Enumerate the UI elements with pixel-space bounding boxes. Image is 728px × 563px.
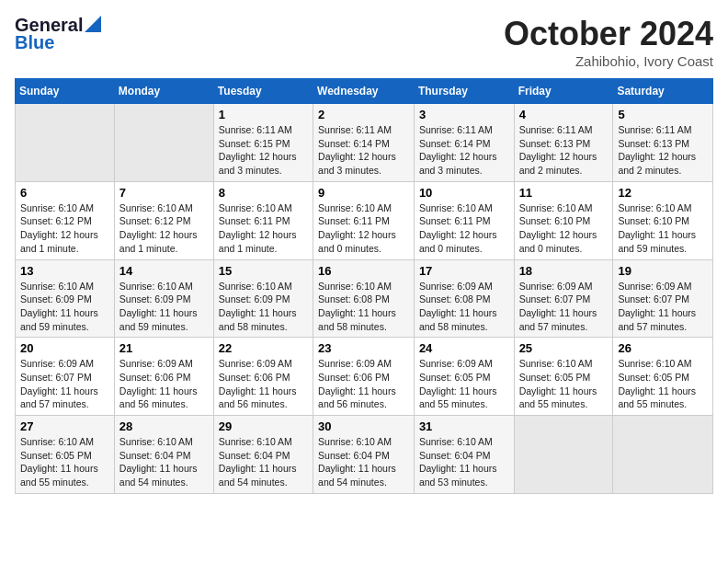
weekday-header-saturday: Saturday xyxy=(613,79,713,104)
weekday-header-thursday: Thursday xyxy=(414,79,514,104)
calendar-cell: 24Sunrise: 6:09 AM Sunset: 6:05 PM Dayli… xyxy=(414,338,514,416)
location-title: Zahibohio, Ivory Coast xyxy=(504,53,713,69)
day-number: 19 xyxy=(618,264,708,278)
calendar-cell: 22Sunrise: 6:09 AM Sunset: 6:06 PM Dayli… xyxy=(213,338,313,416)
calendar-cell: 2Sunrise: 6:11 AM Sunset: 6:14 PM Daylig… xyxy=(313,104,415,182)
calendar-cell xyxy=(514,416,613,494)
calendar-cell: 6Sunrise: 6:10 AM Sunset: 6:12 PM Daylig… xyxy=(16,181,115,259)
day-number: 12 xyxy=(618,186,708,200)
weekday-header-wednesday: Wednesday xyxy=(313,79,415,104)
cell-content: Sunrise: 6:10 AM Sunset: 6:04 PM Dayligh… xyxy=(318,435,409,489)
cell-content: Sunrise: 6:09 AM Sunset: 6:05 PM Dayligh… xyxy=(419,357,509,411)
calendar-cell: 26Sunrise: 6:10 AM Sunset: 6:05 PM Dayli… xyxy=(613,338,713,416)
day-number: 2 xyxy=(318,108,409,121)
day-number: 26 xyxy=(618,341,708,355)
cell-content: Sunrise: 6:10 AM Sunset: 6:11 PM Dayligh… xyxy=(318,201,409,256)
svg-marker-0 xyxy=(85,16,101,32)
calendar-cell: 23Sunrise: 6:09 AM Sunset: 6:06 PM Dayli… xyxy=(313,338,415,416)
calendar-cell: 13Sunrise: 6:10 AM Sunset: 6:09 PM Dayli… xyxy=(16,259,115,338)
cell-content: Sunrise: 6:10 AM Sunset: 6:10 PM Dayligh… xyxy=(618,201,708,256)
calendar-cell xyxy=(613,416,713,494)
cell-content: Sunrise: 6:10 AM Sunset: 6:12 PM Dayligh… xyxy=(20,201,109,256)
day-number: 17 xyxy=(419,264,509,278)
cell-content: Sunrise: 6:09 AM Sunset: 6:07 PM Dayligh… xyxy=(519,280,609,334)
calendar-cell: 16Sunrise: 6:10 AM Sunset: 6:08 PM Dayli… xyxy=(313,259,415,338)
calendar-cell xyxy=(16,104,115,182)
day-number: 3 xyxy=(419,108,509,121)
calendar-cell: 31Sunrise: 6:10 AM Sunset: 6:04 PM Dayli… xyxy=(414,416,514,494)
cell-content: Sunrise: 6:11 AM Sunset: 6:15 PM Dayligh… xyxy=(219,123,308,178)
calendar-cell: 5Sunrise: 6:11 AM Sunset: 6:13 PM Daylig… xyxy=(613,104,713,182)
day-number: 27 xyxy=(20,419,109,433)
calendar-cell: 11Sunrise: 6:10 AM Sunset: 6:10 PM Dayli… xyxy=(514,181,613,259)
day-number: 22 xyxy=(219,341,308,355)
day-number: 10 xyxy=(419,186,509,200)
weekday-header-sunday: Sunday xyxy=(16,79,115,104)
calendar-cell: 9Sunrise: 6:10 AM Sunset: 6:11 PM Daylig… xyxy=(313,181,415,259)
day-number: 16 xyxy=(318,264,409,278)
calendar-cell: 21Sunrise: 6:09 AM Sunset: 6:06 PM Dayli… xyxy=(114,338,213,416)
calendar-cell: 18Sunrise: 6:09 AM Sunset: 6:07 PM Dayli… xyxy=(514,259,613,338)
logo-wrapper: General Blue xyxy=(15,15,101,53)
day-number: 6 xyxy=(20,186,109,200)
calendar-cell: 1Sunrise: 6:11 AM Sunset: 6:15 PM Daylig… xyxy=(213,104,313,182)
cell-content: Sunrise: 6:09 AM Sunset: 6:06 PM Dayligh… xyxy=(219,357,308,411)
day-number: 8 xyxy=(219,186,308,200)
calendar-cell: 27Sunrise: 6:10 AM Sunset: 6:05 PM Dayli… xyxy=(16,416,115,494)
day-number: 9 xyxy=(318,186,409,200)
calendar-cell: 28Sunrise: 6:10 AM Sunset: 6:04 PM Dayli… xyxy=(114,416,213,494)
day-number: 13 xyxy=(20,264,109,278)
title-area: October 2024 Zahibohio, Ivory Coast xyxy=(504,15,713,69)
day-number: 23 xyxy=(318,341,409,355)
day-number: 5 xyxy=(618,108,708,121)
cell-content: Sunrise: 6:10 AM Sunset: 6:04 PM Dayligh… xyxy=(419,435,509,489)
weekday-header-tuesday: Tuesday xyxy=(213,79,313,104)
day-number: 18 xyxy=(519,264,609,278)
cell-content: Sunrise: 6:10 AM Sunset: 6:05 PM Dayligh… xyxy=(618,357,708,411)
cell-content: Sunrise: 6:11 AM Sunset: 6:14 PM Dayligh… xyxy=(419,123,509,178)
cell-content: Sunrise: 6:10 AM Sunset: 6:04 PM Dayligh… xyxy=(219,435,308,489)
calendar-cell: 10Sunrise: 6:10 AM Sunset: 6:11 PM Dayli… xyxy=(414,181,514,259)
week-row-5: 27Sunrise: 6:10 AM Sunset: 6:05 PM Dayli… xyxy=(16,416,713,494)
calendar-table: SundayMondayTuesdayWednesdayThursdayFrid… xyxy=(15,78,713,494)
week-row-2: 6Sunrise: 6:10 AM Sunset: 6:12 PM Daylig… xyxy=(16,181,713,259)
day-number: 15 xyxy=(219,264,308,278)
logo-blue: Blue xyxy=(15,32,54,53)
calendar-cell: 20Sunrise: 6:09 AM Sunset: 6:07 PM Dayli… xyxy=(16,338,115,416)
calendar-cell: 25Sunrise: 6:10 AM Sunset: 6:05 PM Dayli… xyxy=(514,338,613,416)
calendar-cell: 17Sunrise: 6:09 AM Sunset: 6:08 PM Dayli… xyxy=(414,259,514,338)
cell-content: Sunrise: 6:09 AM Sunset: 6:07 PM Dayligh… xyxy=(618,280,708,334)
weekday-header-row: SundayMondayTuesdayWednesdayThursdayFrid… xyxy=(16,79,713,104)
weekday-header-monday: Monday xyxy=(114,79,213,104)
cell-content: Sunrise: 6:09 AM Sunset: 6:07 PM Dayligh… xyxy=(20,357,109,411)
calendar-cell: 30Sunrise: 6:10 AM Sunset: 6:04 PM Dayli… xyxy=(313,416,415,494)
day-number: 1 xyxy=(219,108,308,121)
cell-content: Sunrise: 6:10 AM Sunset: 6:08 PM Dayligh… xyxy=(318,280,409,334)
calendar-cell: 12Sunrise: 6:10 AM Sunset: 6:10 PM Dayli… xyxy=(613,181,713,259)
day-number: 20 xyxy=(20,341,109,355)
cell-content: Sunrise: 6:10 AM Sunset: 6:09 PM Dayligh… xyxy=(119,280,209,334)
calendar-cell: 4Sunrise: 6:11 AM Sunset: 6:13 PM Daylig… xyxy=(514,104,613,182)
day-number: 4 xyxy=(519,108,609,121)
calendar-cell: 14Sunrise: 6:10 AM Sunset: 6:09 PM Dayli… xyxy=(114,259,213,338)
calendar-cell: 3Sunrise: 6:11 AM Sunset: 6:14 PM Daylig… xyxy=(414,104,514,182)
logo-area: General Blue xyxy=(15,15,101,53)
day-number: 14 xyxy=(119,264,209,278)
cell-content: Sunrise: 6:09 AM Sunset: 6:08 PM Dayligh… xyxy=(419,280,509,334)
day-number: 28 xyxy=(119,419,209,433)
week-row-1: 1Sunrise: 6:11 AM Sunset: 6:15 PM Daylig… xyxy=(16,104,713,182)
week-row-3: 13Sunrise: 6:10 AM Sunset: 6:09 PM Dayli… xyxy=(16,259,713,338)
cell-content: Sunrise: 6:10 AM Sunset: 6:10 PM Dayligh… xyxy=(519,201,609,256)
cell-content: Sunrise: 6:10 AM Sunset: 6:04 PM Dayligh… xyxy=(119,435,209,489)
cell-content: Sunrise: 6:11 AM Sunset: 6:13 PM Dayligh… xyxy=(519,123,609,178)
day-number: 30 xyxy=(318,419,409,433)
day-number: 11 xyxy=(519,186,609,200)
calendar-cell: 29Sunrise: 6:10 AM Sunset: 6:04 PM Dayli… xyxy=(213,416,313,494)
weekday-header-friday: Friday xyxy=(514,79,613,104)
day-number: 29 xyxy=(219,419,308,433)
cell-content: Sunrise: 6:11 AM Sunset: 6:14 PM Dayligh… xyxy=(318,123,409,178)
cell-content: Sunrise: 6:10 AM Sunset: 6:11 PM Dayligh… xyxy=(219,201,308,256)
week-row-4: 20Sunrise: 6:09 AM Sunset: 6:07 PM Dayli… xyxy=(16,338,713,416)
calendar-cell xyxy=(114,104,213,182)
header: General Blue October 2024 Zahibohio, Ivo… xyxy=(15,15,713,69)
